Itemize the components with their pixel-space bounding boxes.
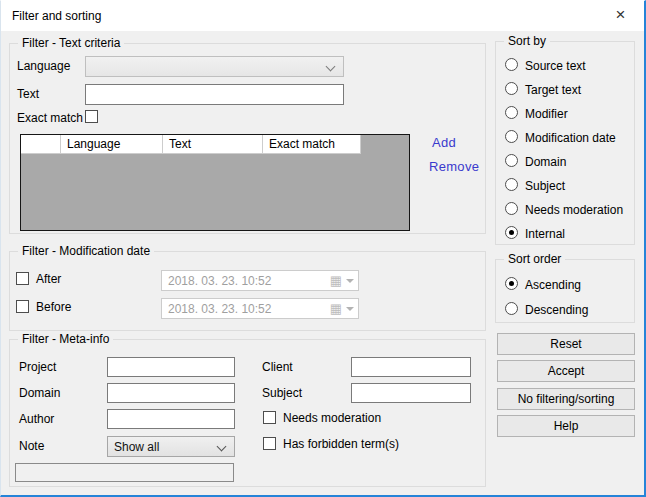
- radio-needs-moderation-label: Needs moderation: [525, 203, 623, 217]
- radio-subject[interactable]: [505, 178, 518, 191]
- text-input[interactable]: [85, 84, 344, 105]
- calendar-icon: ▦: [330, 273, 342, 288]
- radio-needs-moderation[interactable]: [505, 202, 518, 215]
- radio-descending[interactable]: [505, 302, 518, 315]
- note-select-value: Show all: [114, 440, 159, 454]
- radio-descending-label: Descending: [525, 303, 588, 317]
- radio-domain-label: Domain: [525, 155, 566, 169]
- exact-match-label: Exact match: [17, 111, 83, 125]
- column-header-exact-match: Exact match: [263, 135, 361, 154]
- before-label: Before: [36, 300, 71, 314]
- radio-source-text-label: Source text: [525, 59, 586, 73]
- client-label: Client: [262, 360, 293, 374]
- radio-modification-date[interactable]: [505, 130, 518, 143]
- needs-moderation-label: Needs moderation: [283, 411, 381, 425]
- reset-button[interactable]: Reset: [497, 333, 635, 355]
- group-modification-date-title: Filter - Modification date: [18, 244, 154, 258]
- project-label: Project: [19, 360, 56, 374]
- language-label: Language: [17, 59, 70, 73]
- note-label: Note: [19, 439, 44, 453]
- column-header-language: Language: [61, 135, 163, 154]
- project-input[interactable]: [107, 357, 235, 377]
- text-label: Text: [17, 87, 39, 101]
- remove-link[interactable]: Remove: [429, 159, 479, 174]
- group-sort-by-title: Sort by: [504, 34, 550, 48]
- note-text-input-disabled: [15, 463, 234, 482]
- has-forbidden-label: Has forbidden term(s): [283, 437, 399, 451]
- author-label: Author: [19, 412, 54, 426]
- before-date-picker: 2018. 03. 23. 10:52 ▦: [161, 298, 359, 319]
- radio-ascending-label: Ascending: [525, 278, 581, 292]
- before-checkbox[interactable]: [16, 300, 29, 313]
- radio-subject-label: Subject: [525, 179, 565, 193]
- after-label: After: [36, 272, 61, 286]
- radio-modifier[interactable]: [505, 106, 518, 119]
- radio-source-text[interactable]: [505, 58, 518, 71]
- filter-and-sorting-dialog: Filter and sorting × Filter - Text crite…: [0, 0, 646, 497]
- radio-domain[interactable]: [505, 154, 518, 167]
- dropdown-arrow-icon: [346, 307, 354, 311]
- group-sort-order-title: Sort order: [504, 252, 565, 266]
- close-icon: ×: [616, 5, 626, 24]
- accept-button[interactable]: Accept: [497, 360, 635, 382]
- has-forbidden-checkbox[interactable]: [263, 437, 276, 450]
- exact-match-checkbox[interactable]: [85, 110, 98, 123]
- client-input[interactable]: [351, 357, 471, 377]
- radio-internal-label: Internal: [525, 227, 565, 241]
- dropdown-arrow-icon: [346, 279, 354, 283]
- help-button[interactable]: Help: [497, 415, 635, 437]
- column-header-rowselector: [21, 135, 61, 154]
- subject-input[interactable]: [351, 383, 471, 403]
- author-input[interactable]: [107, 409, 235, 429]
- group-modification-date: Filter - Modification date: [9, 251, 486, 331]
- language-select: [85, 56, 344, 77]
- calendar-icon: ▦: [330, 301, 342, 316]
- no-filtering-sorting-button[interactable]: No filtering/sorting: [497, 388, 635, 410]
- group-meta-info-title: Filter - Meta-info: [18, 332, 113, 346]
- radio-modification-date-label: Modification date: [525, 131, 616, 145]
- title-bar: Filter and sorting ×: [1, 1, 644, 31]
- column-header-text: Text: [163, 135, 263, 154]
- radio-target-text-label: Target text: [525, 83, 581, 97]
- subject-label: Subject: [262, 386, 302, 400]
- after-checkbox[interactable]: [16, 272, 29, 285]
- radio-target-text[interactable]: [505, 82, 518, 95]
- chevron-down-icon: [217, 442, 227, 452]
- after-date-value: 2018. 03. 23. 10:52: [168, 274, 271, 288]
- add-link[interactable]: Add: [432, 135, 456, 150]
- domain-input[interactable]: [107, 383, 235, 403]
- needs-moderation-checkbox[interactable]: [263, 411, 276, 424]
- radio-internal[interactable]: [505, 226, 518, 239]
- after-date-picker: 2018. 03. 23. 10:52 ▦: [161, 270, 359, 291]
- note-select[interactable]: Show all: [107, 436, 235, 457]
- group-text-criteria-title: Filter - Text criteria: [18, 36, 124, 50]
- criteria-table-header: Language Text Exact match: [21, 135, 361, 154]
- domain-label: Domain: [19, 386, 60, 400]
- radio-ascending[interactable]: [505, 277, 518, 290]
- close-button[interactable]: ×: [598, 1, 643, 30]
- before-date-value: 2018. 03. 23. 10:52: [168, 302, 271, 316]
- criteria-table[interactable]: Language Text Exact match: [20, 134, 410, 231]
- window-title: Filter and sorting: [12, 9, 101, 23]
- chevron-down-icon: [326, 62, 336, 72]
- radio-modifier-label: Modifier: [525, 107, 568, 121]
